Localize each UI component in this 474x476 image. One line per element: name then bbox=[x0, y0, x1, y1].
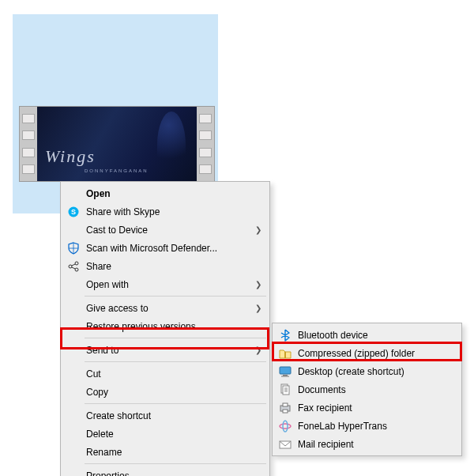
menu-label: Cast to Device bbox=[86, 225, 148, 236]
separator bbox=[85, 296, 266, 297]
svg-line-6 bbox=[72, 267, 76, 269]
svg-rect-9 bbox=[283, 375, 288, 376]
menu-label: Scan with Microsoft Defender... bbox=[86, 243, 217, 254]
menu-cast-to-device[interactable]: Cast to Device ❯ bbox=[62, 221, 268, 239]
video-frame: Wings DONNYFANGANAN bbox=[37, 107, 197, 181]
menu-cut[interactable]: Cut bbox=[62, 365, 268, 383]
menu-send-to[interactable]: Send to ❯ bbox=[62, 341, 268, 359]
menu-properties[interactable]: Properties bbox=[62, 467, 268, 476]
video-overlay-subtitle: DONNYFANGANAN bbox=[85, 168, 149, 173]
submenu-bluetooth[interactable]: Bluetooth device bbox=[274, 326, 460, 344]
submenu-arrow-icon: ❯ bbox=[255, 225, 261, 234]
submenu-fax[interactable]: Fax recipient bbox=[274, 399, 460, 417]
shield-icon bbox=[67, 242, 80, 255]
menu-restore-versions[interactable]: Restore previous versions bbox=[62, 317, 268, 335]
menu-label: Cut bbox=[86, 368, 101, 380]
svg-rect-10 bbox=[281, 376, 289, 376]
menu-label: Open with bbox=[86, 279, 129, 290]
menu-label: FoneLab HyperTrans bbox=[298, 421, 387, 432]
menu-label: Share bbox=[86, 261, 111, 272]
filmstrip-right bbox=[197, 107, 214, 181]
svg-line-5 bbox=[72, 264, 76, 266]
filmstrip-left bbox=[20, 107, 37, 181]
svg-text:S: S bbox=[71, 208, 76, 216]
svg-rect-17 bbox=[283, 403, 288, 406]
separator bbox=[85, 403, 266, 404]
separator bbox=[85, 338, 266, 338]
menu-rename[interactable]: Rename bbox=[62, 443, 268, 461]
menu-label: Desktop (create shortcut) bbox=[298, 366, 404, 377]
video-overlay-title: Wings bbox=[45, 146, 96, 167]
share-icon bbox=[67, 260, 80, 273]
menu-open-with[interactable]: Open with ❯ bbox=[62, 275, 268, 293]
hypertrans-icon bbox=[279, 420, 292, 433]
submenu-arrow-icon: ❯ bbox=[255, 346, 261, 354]
skype-icon: S bbox=[67, 206, 80, 218]
zip-folder-icon bbox=[279, 347, 292, 360]
menu-label: Mail recipient bbox=[298, 439, 354, 450]
menu-label: Share with Skype bbox=[86, 206, 160, 217]
submenu-hypertrans[interactable]: FoneLab HyperTrans bbox=[274, 417, 460, 435]
menu-label: Bluetooth device bbox=[298, 330, 368, 341]
svg-point-4 bbox=[75, 268, 78, 271]
context-menu: Open S Share with Skype Cast to Device ❯… bbox=[60, 181, 270, 476]
menu-create-shortcut[interactable]: Create shortcut bbox=[62, 406, 268, 425]
svg-rect-18 bbox=[283, 410, 288, 413]
menu-share-skype[interactable]: S Share with Skype bbox=[62, 202, 268, 221]
submenu-documents[interactable]: Documents bbox=[274, 380, 460, 399]
menu-share[interactable]: Share bbox=[62, 257, 268, 275]
svg-point-19 bbox=[280, 424, 291, 429]
documents-icon bbox=[279, 383, 292, 396]
bluetooth-icon bbox=[279, 329, 292, 342]
svg-rect-8 bbox=[280, 367, 291, 374]
fax-icon bbox=[279, 402, 292, 414]
desktop-icon bbox=[279, 365, 292, 378]
svg-point-2 bbox=[69, 265, 72, 268]
submenu-arrow-icon: ❯ bbox=[255, 304, 261, 312]
svg-rect-7 bbox=[284, 352, 286, 358]
menu-delete[interactable]: Delete bbox=[62, 425, 268, 443]
menu-label: Create shortcut bbox=[86, 410, 151, 421]
menu-label: Rename bbox=[86, 447, 122, 458]
menu-label: Documents bbox=[298, 384, 346, 395]
menu-label: Restore previous versions bbox=[86, 321, 196, 332]
separator bbox=[85, 361, 266, 362]
submenu-desktop-shortcut[interactable]: Desktop (create shortcut) bbox=[274, 362, 460, 380]
svg-point-3 bbox=[75, 262, 78, 265]
menu-label: Compressed (zipped) folder bbox=[298, 348, 415, 359]
menu-label: Properties bbox=[86, 470, 130, 477]
submenu-arrow-icon: ❯ bbox=[255, 280, 261, 289]
svg-point-20 bbox=[283, 421, 288, 432]
menu-label: Copy bbox=[86, 387, 108, 398]
menu-open[interactable]: Open bbox=[62, 184, 268, 202]
menu-label: Open bbox=[86, 188, 111, 199]
menu-give-access[interactable]: Give access to ❯ bbox=[62, 299, 268, 317]
video-file-thumbnail[interactable]: Wings DONNYFANGANAN bbox=[19, 106, 215, 182]
menu-copy[interactable]: Copy bbox=[62, 383, 268, 401]
submenu-mail[interactable]: Mail recipient bbox=[274, 435, 460, 453]
menu-label: Delete bbox=[86, 429, 114, 440]
mail-icon bbox=[279, 438, 292, 451]
menu-scan-defender[interactable]: Scan with Microsoft Defender... bbox=[62, 239, 268, 257]
menu-label: Send to bbox=[86, 345, 118, 356]
menu-label: Give access to bbox=[86, 303, 149, 314]
menu-label: Fax recipient bbox=[298, 402, 352, 414]
separator bbox=[85, 463, 266, 464]
submenu-compressed-folder[interactable]: Compressed (zipped) folder bbox=[274, 344, 460, 362]
send-to-submenu: Bluetooth device Compressed (zipped) fol… bbox=[272, 323, 462, 456]
